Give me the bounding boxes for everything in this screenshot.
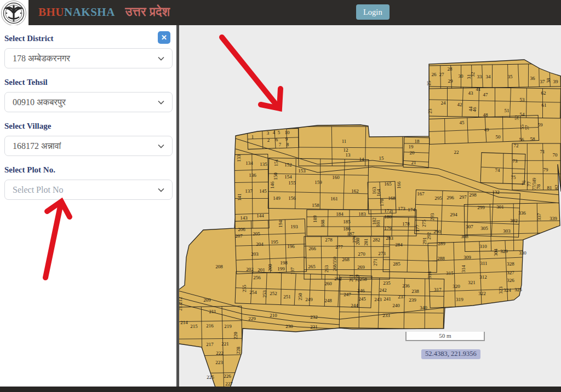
plot-label: 145 [259,188,267,194]
plot-label: 134 [245,160,253,166]
plot-label: 172 [384,208,392,214]
plot-label: 77 [526,181,532,187]
plot-label: 278 [325,237,333,243]
plot-label: 339 [549,216,557,221]
plot-label: 189 [312,215,318,223]
plot-label: 21 [411,160,416,165]
plot-label: 168 [388,195,396,201]
cadastral-map[interactable]: 1234510697811121314151819202122252627282… [179,25,561,387]
plot-label: 4 [273,130,276,135]
plot-label: 252 [270,291,277,296]
plot-label: 26 [432,72,437,77]
plot-label: 155 [288,180,296,186]
plot-label: 260 [324,281,332,286]
tehsil-select[interactable]: 00910 अकबरपुर [4,92,173,112]
plot-label: 30 [459,73,464,79]
plot-label: 34 [486,74,491,79]
plot-label: 32 [470,72,476,77]
plot-label: 14 [359,157,365,162]
plot-label: 326 [507,278,514,283]
plot-label: 221 [221,341,229,347]
plot-label: 43 [468,90,474,96]
plot-label: 144 [256,213,264,218]
plot-label: 6 [276,137,278,142]
plot-label: 149 [273,195,280,201]
plot-label: 303 [503,228,511,234]
plot-select[interactable]: Select Plot No [4,180,173,200]
plot-label: 241 [383,296,391,302]
plot-label: 9 [285,136,288,142]
plot-label: 298 [469,192,477,198]
plot-label: 174 [408,207,415,212]
plot-label: 3 [267,130,270,136]
plot-label: 327 [507,270,514,275]
map-viewport[interactable]: 1234510697811121314151819202122252627282… [179,25,561,387]
plot-label: 23 [427,108,433,114]
login-button[interactable]: Login [356,4,390,20]
tehsil-label: Select Tehsil [4,78,173,87]
plot-label: 202 [246,267,254,272]
plot-label: 227 [225,381,233,387]
plot-placeholder: Select Plot No [13,185,63,195]
close-sidebar-button[interactable]: ✕ [158,31,170,44]
village-value: 168172 अन्नावां [13,141,61,151]
plot-label: 223 [215,360,223,365]
plot-label: 311 [480,261,487,266]
plot-label: 37 [540,79,546,84]
map-scale-bar: 50 m [405,332,485,341]
plot-label: 25 [426,80,432,86]
plot-label: 324 [503,287,511,293]
plot-label: 299 [477,205,485,210]
app-title: BHUNAKSHA उत्तर प्रदेश [38,5,170,19]
plot-label: 288 [437,256,445,261]
plot-label: 295 [434,195,442,201]
plot-label: 239 [409,297,416,303]
plot-label: 215 [190,324,198,329]
plot-label: 53 [520,97,525,102]
plot-label: 47 [483,92,489,97]
plot-label: 56 [519,137,525,142]
plot-label: 76 [521,180,526,186]
plot-label: 237 [398,294,405,299]
plot-label: 33 [477,74,483,79]
plot-label: 194 [278,220,283,228]
plot-label: 197 [290,267,295,275]
plot-label: 230 [285,324,293,329]
plot-label: 289 [438,241,445,246]
plot-label: 261 [348,274,354,282]
plot-label: 59 [538,122,543,128]
plot-label: 167 [417,191,425,197]
plot-label: 212 [179,297,183,304]
plot-label: 154 [284,174,292,180]
plot-label: 208 [215,264,223,269]
plot-label: 185 [343,219,351,224]
district-select[interactable]: 178 अम्बेडकरनगर [4,48,173,68]
plot-label: 2 [267,137,270,143]
plot-label: 79 [543,167,549,172]
plot-label: 73 [513,158,518,164]
district-value: 178 अम्बेडकरनगर [13,54,70,64]
village-field-group: Select Village 168172 अन्नावां [4,122,173,156]
plot-label: 57 [524,125,530,130]
village-select[interactable]: 168172 अन्नावां [4,136,173,156]
plot-label: 216 [206,323,214,328]
plot-label: 231 [310,324,318,330]
plot-label: 52 [514,116,519,120]
plot-label: Select Plot No. [4,165,173,175]
plot-label: 22 [454,149,459,155]
plot-label: 262 [334,276,342,281]
plot-field-group: Select Plot No. Select Plot No [4,165,173,200]
plot-label: 233 [382,313,390,318]
plot-label: 309 [463,255,471,260]
plot-label: 294 [450,212,457,217]
plot-label: 269 [357,264,365,270]
plot-label: 265 [308,264,316,269]
plot-label: 133 [236,154,242,162]
plot-label: 242 [379,287,387,293]
selection-sidebar: ✕ Select District 178 अम्बेडकरनगर Select… [0,25,176,387]
plot-label: 292 [426,232,432,240]
plot-label: 183 [358,211,366,217]
plot-label: 281 [363,238,369,246]
plot-label: 316 [427,271,432,279]
plot-label: 78 [536,184,541,189]
